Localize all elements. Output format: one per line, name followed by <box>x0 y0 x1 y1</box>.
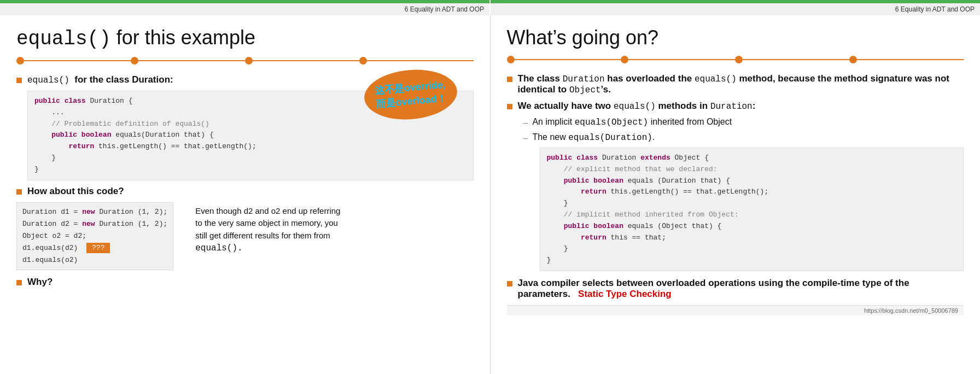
header-right-text: 6 Equality in ADT and OOP <box>895 5 975 13</box>
rb1-part2: has overloaded the <box>607 73 692 84</box>
rb1-apos: ’s. <box>601 84 611 95</box>
right-bullet-text-1: The class Duration has overloaded the eq… <box>518 73 964 95</box>
left-timeline <box>16 57 474 65</box>
side-text: Even though d2 and o2 end up referring t… <box>195 205 340 270</box>
bullet1-text: for the class Duration: <box>74 74 173 85</box>
left-bullet-3: Why? <box>16 277 474 288</box>
bubble-text: 这不是override,而是overload！ <box>374 78 447 112</box>
right-dot-4 <box>849 56 857 63</box>
right-slide-title: What’s going on? <box>507 26 964 49</box>
bullet-text-3: Why? <box>27 277 474 288</box>
sub-text-1: An implicit equals(Object) inherited fro… <box>532 117 732 127</box>
rb2-method: equals() <box>614 102 656 112</box>
sub-text-2: The new equals(Duration). <box>532 132 655 143</box>
kw-new-1: new <box>82 208 95 216</box>
right-dot-line-4 <box>857 59 964 60</box>
right-dot-1 <box>507 56 515 63</box>
right-dot-line-3 <box>743 59 849 60</box>
main-content: equals() for this example equals() for t… <box>0 15 980 374</box>
rkw-public-2: public <box>564 177 590 185</box>
dot-line-1 <box>24 60 131 61</box>
bullet-square-3 <box>16 280 22 285</box>
rkw-bool-1: boolean <box>593 177 623 185</box>
left-slide-title: equals() for this example <box>16 26 474 50</box>
right-sub-bullet-1: – An implicit equals(Object) inherited f… <box>523 117 964 128</box>
kw-public-2: public <box>51 131 77 139</box>
right-bullet-text-2: We actually have two equals() methods in… <box>518 101 964 112</box>
rkw-bool-2: boolean <box>593 222 623 230</box>
dot-line-4 <box>367 60 474 61</box>
rcomment-2: // implicit method inherited from Object… <box>564 211 739 219</box>
rb3-part1: Java compiler selects between overloaded… <box>518 278 909 299</box>
dot-1 <box>16 57 24 65</box>
right-sub-bullet-2: – The new equals(Duration). <box>523 132 964 143</box>
left-panel: equals() for this example equals() for t… <box>0 15 491 374</box>
side-text-line3: still get different results for them fro… <box>195 231 330 240</box>
right-bullet-text-3: Java compiler selects between overloaded… <box>518 278 964 300</box>
right-panel: What’s going on? The class Duration has … <box>491 15 981 374</box>
kw-class-1: class <box>65 97 86 105</box>
kw-new-2: new <box>82 220 95 228</box>
kw-return-1: return <box>68 142 94 150</box>
rkw-return-1: return <box>581 188 606 196</box>
dot-2 <box>131 57 138 65</box>
rb2-part1: We actually have two <box>518 101 611 111</box>
dot-4 <box>359 57 367 65</box>
rb1-class: Duration <box>563 74 605 84</box>
rkw-extends: extends <box>640 154 670 162</box>
bullet-square-2 <box>16 189 22 195</box>
header-left-text: 6 Equality in ADT and OOP <box>405 5 484 13</box>
rb1-method: equals() <box>695 74 737 84</box>
rkw-class-1: class <box>576 154 598 162</box>
rkw-return-2: return <box>581 233 606 242</box>
rb2-part2: methods in <box>658 101 708 111</box>
rcomment-1: // explicit method that we declared: <box>564 165 718 173</box>
right-dot-line-2 <box>628 59 735 60</box>
dot-line-3 <box>253 60 359 61</box>
sub-dash-2: – <box>523 133 528 143</box>
rb2-class: Duration <box>710 102 752 112</box>
left-bullet-2: How about this code? <box>16 186 474 197</box>
right-bullet-2: We actually have two equals() methods in… <box>507 101 964 112</box>
code-block-2: Duration d1 = new Duration (1, 2); Durat… <box>16 202 173 270</box>
dot-3 <box>245 57 253 65</box>
right-code-block: public class Duration extends Object { /… <box>540 148 964 271</box>
equals-container: Duration d1 = new Duration (1, 2); Durat… <box>16 202 474 270</box>
side-text-line2: to the very same object in memory, you <box>195 218 338 227</box>
bullet-square-1 <box>16 78 22 83</box>
left-title-code: equals() <box>16 28 111 50</box>
rb1-part1: The class <box>518 73 561 84</box>
sub-dash-1: – <box>523 118 528 128</box>
rkw-public-1: public <box>547 154 573 162</box>
kw-public-1: public <box>34 97 60 105</box>
right-bullet-square-2 <box>507 104 512 109</box>
header-strip: 6 Equality in ADT and OOP 6 Equality in … <box>0 3 980 15</box>
side-text-code: equals(). <box>195 243 242 253</box>
static-type-checking: Static Type Checking <box>578 289 672 299</box>
bullet-text-2: How about this code? <box>27 186 474 197</box>
url-text: https://blog.csdn.net/m0_50006789 <box>864 307 958 314</box>
header-left: 6 Equality in ADT and OOP <box>0 3 489 15</box>
question-box: ??? <box>86 243 110 253</box>
header-right: 6 Equality in ADT and OOP <box>491 3 980 15</box>
right-bullet-square-3 <box>507 281 512 287</box>
comment-1: // Problematic definition of equals() <box>51 120 209 128</box>
code-block-2-wrapper: Duration d1 = new Duration (1, 2); Durat… <box>16 202 173 270</box>
right-dot-line-1 <box>515 59 621 60</box>
right-bullet-square-1 <box>507 77 512 82</box>
right-timeline <box>507 56 964 63</box>
url-bar: https://blog.csdn.net/m0_50006789 <box>507 305 964 315</box>
rkw-public-3: public <box>564 222 590 230</box>
left-title-rest: for this example <box>111 26 255 49</box>
right-bullet-3: Java compiler selects between overloaded… <box>507 278 964 300</box>
right-dot-2 <box>621 56 628 63</box>
side-text-line1: Even though d2 and o2 end up referring <box>195 206 340 215</box>
kw-boolean-1: boolean <box>81 131 112 139</box>
right-dot-3 <box>735 56 743 63</box>
rb1-object: Object <box>569 85 601 95</box>
rb2-colon: : <box>752 101 756 111</box>
right-bullet-1: The class Duration has overloaded the eq… <box>507 73 964 95</box>
bullet1-code: equals() <box>27 75 69 85</box>
dot-line-2 <box>138 60 245 61</box>
